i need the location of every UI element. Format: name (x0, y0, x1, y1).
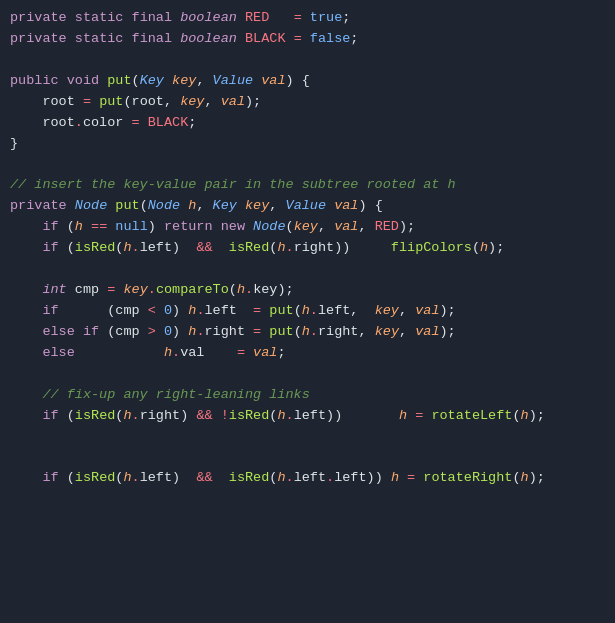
code-line-18 (10, 364, 605, 385)
code-line-9: // insert the key-value pair in the subt… (10, 175, 605, 196)
code-line-20: if (isRed(h.right) && !isRed(h.left)) h … (10, 406, 605, 623)
code-line-3 (10, 50, 605, 71)
code-line-14: int cmp = key.compareTo(h.key); (10, 280, 605, 301)
code-line-6: root.color = BLACK; (10, 113, 605, 134)
code-line-11: if (h == null) return new Node(key, val,… (10, 217, 605, 238)
code-line-13 (10, 259, 605, 280)
code-line-5: root = put(root, key, val); (10, 92, 605, 113)
code-line-17: else h.val = val; (10, 343, 605, 364)
code-line-21: if (isRed(h.left) && isRed(h.left.left))… (10, 468, 605, 489)
code-line-10: private Node put(Node h, Key key, Value … (10, 196, 605, 217)
code-line-12: if (isRed(h.left) && isRed(h.right)) fli… (10, 238, 605, 259)
code-line-2: private static final boolean BLACK = fal… (10, 29, 605, 50)
code-line-22 (10, 552, 605, 573)
code-line-15: if (cmp < 0) h.left = put(h.left, key, v… (10, 301, 605, 322)
code-line-1: private static final boolean RED = true; (10, 8, 605, 29)
code-line-8 (10, 154, 605, 175)
code-line-7: } (10, 134, 605, 155)
code-line-19: // fix-up any right-leaning links (10, 385, 605, 406)
code-line-4: public void put(Key key, Value val) { (10, 71, 605, 92)
code-editor: private static final boolean RED = true;… (0, 0, 615, 623)
code-line-16: else if (cmp > 0) h.right = put(h.right,… (10, 322, 605, 343)
